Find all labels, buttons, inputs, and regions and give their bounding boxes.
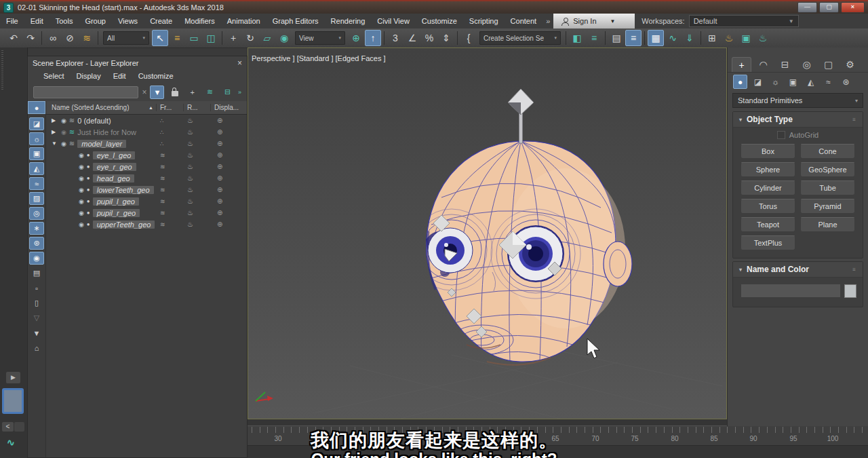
table-row[interactable]: ▼ ◉ ≋ model_layer ∴ ♨ ⊕ xyxy=(46,138,247,149)
object-type-button[interactable]: Cylinder xyxy=(741,180,795,195)
lock-icon[interactable] xyxy=(167,85,182,99)
filter-disabled-icon[interactable]: ▽ xyxy=(29,311,44,324)
align-icon[interactable]: ≡ xyxy=(586,30,602,46)
select-and-manipulate-icon[interactable]: ↑ xyxy=(365,30,381,46)
subcategory-dropdown[interactable]: Standard Primitives ▾ xyxy=(732,93,863,108)
selection-column-header[interactable]: ● xyxy=(28,101,45,114)
renderable-teapot-icon[interactable]: ♨ xyxy=(183,117,210,124)
menu-item[interactable]: File xyxy=(0,14,24,28)
filter-space-warps-icon[interactable]: ≈ xyxy=(29,177,44,190)
display-sphere-icon[interactable]: ⊕ xyxy=(210,186,247,193)
select-object-icon[interactable]: ↖ xyxy=(152,30,168,46)
layout-blank-button[interactable] xyxy=(14,422,24,432)
column-header-render[interactable]: R... xyxy=(183,104,210,111)
frozen-cell-icon[interactable]: ≋ xyxy=(156,210,183,216)
toolbar-separator[interactable] xyxy=(642,30,647,46)
frozen-cell-icon[interactable]: ≋ xyxy=(156,152,183,159)
layer-name-label[interactable]: 0 (default) xyxy=(77,117,111,125)
menu-item[interactable]: Graph Editors xyxy=(267,14,325,28)
layer-name-label[interactable]: eye_l_geo xyxy=(93,151,136,159)
display-list-icon[interactable]: ▤ xyxy=(29,267,44,280)
unlink-selection-icon[interactable]: ⊘ xyxy=(62,30,78,46)
table-row[interactable]: ◉ ● head_geo ≋ ♨ ⊕ xyxy=(46,172,247,184)
layer-name-label[interactable]: pupil_r_geo xyxy=(93,209,140,217)
table-row[interactable]: ◉ ● lowerTeeth_geo ≋ ♨ ⊕ xyxy=(46,184,247,195)
rollout-header[interactable]: ▾ Object Type ≡ xyxy=(733,112,863,128)
filter-shapes-icon[interactable]: ◪ xyxy=(29,117,44,130)
explorer-menu-item[interactable]: Customize xyxy=(132,72,180,80)
display-blank-icon[interactable]: ▫ xyxy=(29,282,44,294)
previous-layout-button[interactable]: < xyxy=(2,422,14,432)
selection-filter-dropdown[interactable]: All ▾ xyxy=(103,31,149,45)
menu-item[interactable]: Animation xyxy=(221,14,267,28)
object-name-input[interactable] xyxy=(741,284,841,298)
use-pivot-point-center-icon[interactable]: ⊕ xyxy=(348,30,364,46)
category-helpers-icon[interactable]: ◭ xyxy=(804,75,818,89)
layer-name-label[interactable]: pupil_l_geo xyxy=(93,197,139,206)
menu-item[interactable]: Customize xyxy=(416,14,463,28)
tab-display[interactable]: ▢ xyxy=(818,57,838,72)
frozen-cell-icon[interactable]: ≋ xyxy=(156,198,183,205)
frozen-cell-icon[interactable]: ∴ xyxy=(156,140,183,147)
column-header-frozen[interactable]: Fr... xyxy=(156,104,183,111)
renderable-teapot-icon[interactable]: ♨ xyxy=(183,209,210,216)
clear-search-icon[interactable]: × xyxy=(142,88,146,97)
object-type-button[interactable]: Cone xyxy=(800,144,855,159)
rendered-frame-window-icon[interactable]: ▣ xyxy=(738,30,754,46)
named-selection-dropdown[interactable]: Create Selection Se ▾ xyxy=(479,31,561,45)
explorer-menu-item[interactable]: Edit xyxy=(107,72,132,80)
close-button[interactable]: × xyxy=(841,2,865,13)
snap-toggle-3d-icon[interactable]: 3 xyxy=(387,30,403,46)
hierarchy-icon[interactable]: ⊟ xyxy=(220,85,235,99)
category-shapes-icon[interactable]: ◪ xyxy=(751,75,765,89)
angle-snap-icon[interactable]: ∠ xyxy=(404,30,420,46)
layer-name-label[interactable]: model_layer xyxy=(77,140,126,148)
select-and-link-icon[interactable]: ∞ xyxy=(45,30,61,46)
viewport-label[interactable]: Perspective ] [Standard ] [Edged Faces ] xyxy=(252,54,386,62)
menu-item[interactable]: Edit xyxy=(24,14,50,28)
frozen-cell-icon[interactable]: ∴ xyxy=(156,129,183,136)
table-row[interactable]: ◉ ● pupil_r_geo ≋ ♨ ⊕ xyxy=(46,207,247,218)
object-type-button[interactable]: Tube xyxy=(800,180,855,195)
menu-item[interactable]: Content xyxy=(505,14,543,28)
close-icon[interactable]: × xyxy=(237,60,242,66)
workspaces-dropdown[interactable]: Default ▼ xyxy=(689,15,799,27)
object-color-swatch[interactable] xyxy=(844,284,856,298)
sign-in-button[interactable]: Sign In ▼ xyxy=(553,14,635,28)
display-sphere-icon[interactable]: ⊕ xyxy=(210,174,247,182)
container-icon[interactable]: ⌂ xyxy=(29,341,44,354)
filter-particles-icon[interactable]: ∗ xyxy=(29,222,44,235)
explorer-search-input[interactable] xyxy=(33,86,138,98)
visibility-eye-icon[interactable]: ◉ xyxy=(79,210,84,216)
curve-editor-icon[interactable]: ∿ xyxy=(665,30,681,46)
explorer-menu-item[interactable]: Select xyxy=(37,72,71,80)
object-type-button[interactable]: Sphere xyxy=(741,162,795,177)
bind-to-space-warp-icon[interactable]: ≋ xyxy=(79,30,95,46)
filter-funnel-button[interactable]: ▼ xyxy=(150,85,164,99)
menu-item[interactable]: Civil View xyxy=(371,14,415,28)
render-production-icon[interactable]: ♨ xyxy=(755,30,771,46)
filter-materials-icon[interactable]: ▨ xyxy=(29,192,44,205)
visibility-eye-icon[interactable]: ◉ xyxy=(79,187,84,193)
renderable-teapot-icon[interactable]: ♨ xyxy=(183,128,210,136)
renderable-teapot-icon[interactable]: ♨ xyxy=(183,163,210,170)
viewport-3d-scene[interactable] xyxy=(248,48,726,419)
visibility-eye-icon[interactable]: ◉ xyxy=(61,129,66,136)
mini-curve-editor-icon[interactable]: ∿ xyxy=(7,437,15,448)
toolbar-separator[interactable] xyxy=(455,30,460,46)
restore-button[interactable]: ▢ xyxy=(819,2,839,13)
category-lights-icon[interactable]: ☼ xyxy=(768,75,783,89)
column-header-display[interactable]: Displa... xyxy=(210,104,247,111)
layer-name-label[interactable]: Just Hide for Now xyxy=(77,128,136,136)
filter-cameras-icon[interactable]: ▣ xyxy=(29,147,44,160)
percent-snap-icon[interactable]: % xyxy=(421,30,437,46)
select-and-scale-icon[interactable]: ▱ xyxy=(259,30,275,46)
table-row[interactable]: ◉ ● eye_r_geo ≋ ♨ ⊕ xyxy=(46,161,247,172)
frozen-cell-icon[interactable]: ≋ xyxy=(156,164,183,170)
renderable-teapot-icon[interactable]: ♨ xyxy=(183,197,210,205)
expand-arrow-icon[interactable]: ▶ xyxy=(52,129,58,135)
rectangular-selection-region-icon[interactable]: ▭ xyxy=(186,30,202,46)
frozen-cell-icon[interactable]: ∴ xyxy=(156,117,183,124)
frozen-cell-icon[interactable]: ≋ xyxy=(156,187,183,193)
filter-helpers-icon[interactable]: ◭ xyxy=(29,162,44,175)
